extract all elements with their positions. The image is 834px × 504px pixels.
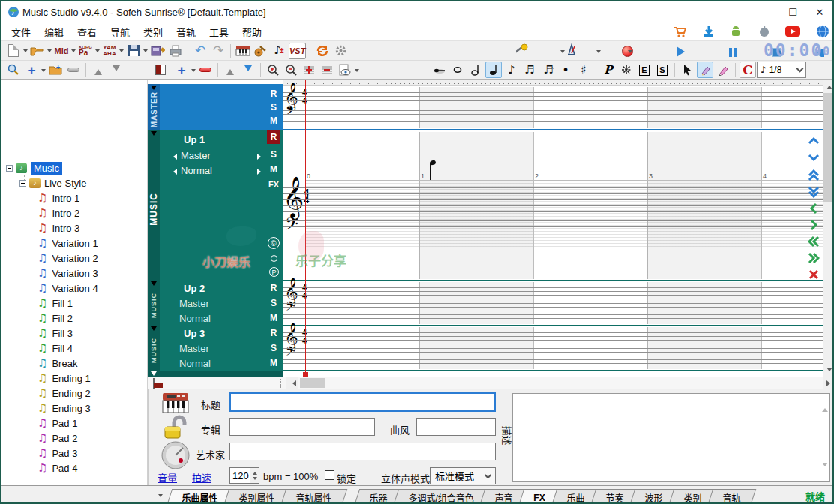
view-options-caret[interactable] xyxy=(355,69,359,74)
up3-normal-row[interactable]: Normal xyxy=(179,358,211,369)
menu-item[interactable]: 帮助 xyxy=(236,23,268,40)
add-folder-button[interactable]: + xyxy=(47,62,64,78)
bottom-tab[interactable]: 音轨属性 xyxy=(281,489,348,504)
hscroll-thumb[interactable] xyxy=(300,378,326,388)
stereo-mode-select[interactable]: 标准模式 xyxy=(430,467,496,484)
up1-solo-button[interactable]: S xyxy=(267,148,280,161)
tree-item-label[interactable]: Fill 4 xyxy=(52,343,72,354)
tree-item-label[interactable]: Pad 3 xyxy=(52,448,77,459)
scroll-down-arrow[interactable] xyxy=(823,364,834,376)
tempo-value[interactable]: 120 xyxy=(230,468,250,483)
desc-scroll-down[interactable] xyxy=(822,466,828,480)
tree-item-label[interactable]: Fill 2 xyxy=(52,313,72,324)
menu-item[interactable]: 导航 xyxy=(104,23,136,40)
new-file-button[interactable] xyxy=(5,43,22,59)
batch-convert-button[interactable] xyxy=(149,43,166,59)
maximize-button[interactable]: ☐ xyxy=(780,2,806,22)
notation-area[interactable]: 𝄞 44 𝄢 01234 𝄞 44 𝄢 𝄞 44 𝄢 𝄞 44 xyxy=(283,80,823,376)
shop-cart-icon[interactable] xyxy=(671,24,688,39)
scroll-thumb[interactable] xyxy=(824,93,834,202)
tree-style-item[interactable]: ♫ Break xyxy=(38,356,77,370)
android-icon[interactable] xyxy=(728,24,744,39)
tree-item-label[interactable]: Variation 4 xyxy=(52,283,98,294)
microphone-icon[interactable] xyxy=(514,42,530,58)
up3-track-header[interactable]: MUSIC Up 3 Master Normal R S M xyxy=(148,326,283,370)
up1-track-header[interactable]: MUSIC Up 1 Master Normal R S M FX © P xyxy=(148,130,283,280)
scroll-up-arrow[interactable] xyxy=(823,80,834,92)
apple-icon[interactable] xyxy=(756,24,772,39)
artist-input[interactable] xyxy=(230,442,496,460)
tree-item-label[interactable]: Variation 3 xyxy=(52,268,98,279)
guitar-button[interactable] xyxy=(253,43,269,59)
lock-tempo-checkbox[interactable] xyxy=(325,470,334,480)
tree-item-label[interactable]: Variation 1 xyxy=(52,238,98,249)
up1-normal-row[interactable]: Normal xyxy=(181,165,212,176)
tree-item-label[interactable]: Pad 4 xyxy=(52,463,77,474)
tempo-down-arrow[interactable] xyxy=(250,476,259,483)
up3-solo-button[interactable]: S xyxy=(267,341,280,355)
up1-fx-button[interactable]: FX xyxy=(265,178,283,191)
toggle-track-panel-icon[interactable] xyxy=(152,62,169,78)
master-solo-button[interactable]: S xyxy=(267,100,280,114)
up2-master-row[interactable]: Master xyxy=(179,298,209,309)
youtube-icon[interactable] xyxy=(784,24,801,39)
tempo-link[interactable]: 拍速 xyxy=(192,470,212,484)
up2-track-name[interactable]: Up 2 xyxy=(184,283,205,294)
master-track-header[interactable]: MASTER R S M xyxy=(148,84,283,130)
save-button[interactable] xyxy=(125,43,142,59)
search-icon[interactable] xyxy=(5,62,22,78)
dot-tool[interactable]: • xyxy=(557,62,574,78)
metronome-caret[interactable] xyxy=(560,50,565,56)
tree-item-label[interactable]: Pad 2 xyxy=(52,433,77,444)
tree-item-label[interactable]: Intro 2 xyxy=(52,208,80,219)
tree-style-item[interactable]: ♫ Fill 3 xyxy=(38,326,73,340)
tree-style-item[interactable]: ♫ Intro 3 xyxy=(38,220,80,236)
pause-button[interactable] xyxy=(725,44,742,61)
up1-master-row[interactable]: Master xyxy=(181,150,211,161)
korg-caret[interactable] xyxy=(95,50,100,55)
new-file-caret[interactable] xyxy=(23,50,28,55)
sixteenth-note-tool[interactable]: ♬ xyxy=(521,62,538,78)
up3-track-name[interactable]: Up 3 xyxy=(184,328,205,339)
timeline-ruler[interactable] xyxy=(283,80,823,86)
collapse-triangle-icon[interactable] xyxy=(151,281,157,289)
tree-group-live-style[interactable]: ♪ Live Style xyxy=(20,176,86,190)
vst-plugins-button[interactable]: VST xyxy=(289,43,306,59)
website-globe-icon[interactable] xyxy=(814,24,831,39)
up2-solo-button[interactable]: S xyxy=(267,296,280,310)
tree-style-item[interactable]: ♫ Intro 2 xyxy=(38,206,80,220)
collapse-triangle-icon[interactable] xyxy=(151,131,157,139)
tree-item-label[interactable]: Break xyxy=(52,358,77,369)
jump-left-button[interactable] xyxy=(806,234,822,249)
tree-style-item[interactable]: ♫ Intro 1 xyxy=(38,190,80,206)
move-down-button[interactable] xyxy=(108,62,124,78)
tree-item-label[interactable]: Variation 2 xyxy=(52,253,98,264)
bottom-tab[interactable]: 类别属性 xyxy=(224,489,291,504)
tree-item-label[interactable]: Pad 1 xyxy=(52,418,77,429)
midi-import-button[interactable]: Mid xyxy=(53,43,70,59)
nudge-right-button[interactable] xyxy=(806,218,822,232)
up2-record-button[interactable]: R xyxy=(267,281,280,295)
menu-item[interactable]: 工具 xyxy=(202,23,236,40)
tab-list-dropdown[interactable] xyxy=(152,490,169,502)
add-category-button[interactable]: + xyxy=(23,62,40,78)
track-down-button[interactable] xyxy=(240,62,256,78)
move-note-up-button[interactable] xyxy=(806,134,822,148)
octave-down-button[interactable] xyxy=(806,184,822,200)
tree-style-item[interactable]: ♫ Ending 2 xyxy=(38,386,91,400)
menu-item[interactable]: 文件 xyxy=(4,23,38,40)
tree-style-item[interactable]: ♫ Variation 2 xyxy=(38,250,98,266)
description-textarea[interactable] xyxy=(512,393,830,482)
menu-item[interactable]: 音轨 xyxy=(170,23,202,40)
tree-style-item[interactable]: ♫ Ending 1 xyxy=(38,370,91,386)
next-arrow-icon[interactable] xyxy=(257,154,264,160)
tree-item-label[interactable]: Intro 1 xyxy=(52,193,80,204)
up2-mute-button[interactable]: M xyxy=(267,311,280,325)
remove-category-button[interactable] xyxy=(65,62,82,78)
symbol-tool[interactable]: S xyxy=(654,62,670,78)
play-button[interactable] xyxy=(672,44,688,60)
refresh-button[interactable] xyxy=(314,43,331,59)
move-note-down-button[interactable] xyxy=(806,150,822,165)
bottom-tab[interactable]: 音轨 xyxy=(708,489,757,504)
playhead-marker[interactable] xyxy=(303,372,308,376)
